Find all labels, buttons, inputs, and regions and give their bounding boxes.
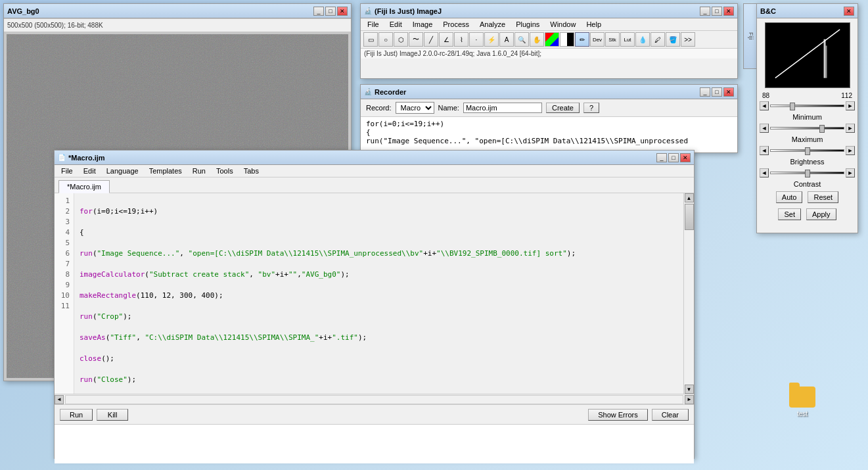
bc-contrast-right-btn[interactable]: ► — [846, 168, 855, 177]
name-label: Name: — [438, 104, 459, 112]
bc-contrast-handle[interactable] — [805, 170, 810, 177]
code-editor[interactable]: for(i=0;i<=19;i++) { run("Image Sequence… — [74, 193, 683, 394]
bc-set-button[interactable]: Set — [778, 208, 801, 220]
macro-select[interactable]: Macro — [396, 102, 434, 114]
toolbar-more[interactable]: >> — [681, 32, 695, 47]
bc-contrast-row: ◄ ► — [757, 166, 857, 179]
recorder-minimize-btn[interactable]: _ — [700, 87, 710, 97]
bc-apply-button[interactable]: Apply — [806, 208, 836, 220]
menu-image[interactable]: Image — [407, 19, 438, 30]
bc-bright-right-btn[interactable]: ► — [846, 146, 855, 155]
macro-minimize-btn[interactable]: _ — [656, 153, 667, 162]
macro-maximize-btn[interactable]: □ — [668, 153, 679, 162]
toolbar-dropper[interactable]: 💧 — [635, 32, 650, 47]
toolbar-text[interactable]: A — [499, 32, 514, 47]
menu-plugins[interactable]: Plugins — [511, 19, 545, 30]
bc-auto-button[interactable]: Auto — [776, 191, 803, 203]
toolbar-color[interactable] — [545, 32, 559, 47]
bc-close-btn[interactable]: ✕ — [844, 7, 854, 16]
clear-button[interactable]: Clear — [652, 409, 689, 421]
recorder-line1: for(i=0;i<=19;i++) — [366, 120, 444, 128]
recorder-maximize-btn[interactable]: □ — [712, 87, 722, 97]
recorder-close-btn[interactable]: ✕ — [723, 87, 734, 97]
toolbar-oval[interactable]: ○ — [378, 32, 393, 47]
menu-edit[interactable]: Edit — [384, 19, 407, 30]
avg-maximize-btn[interactable]: □ — [325, 7, 336, 16]
vertical-scrollbar[interactable]: ▲ ▼ — [683, 193, 694, 394]
macro-menu-run[interactable]: Run — [187, 166, 211, 176]
toolbar-thresh[interactable] — [560, 32, 574, 47]
bc-bright-handle[interactable] — [805, 147, 810, 155]
bc-reset-button[interactable]: Reset — [808, 191, 838, 203]
macro-tab[interactable]: *Macro.ijm — [58, 180, 110, 193]
bc-min-handle[interactable] — [790, 103, 795, 110]
macro-menu-language[interactable]: Language — [101, 166, 144, 176]
toolbar-point[interactable]: · — [469, 32, 484, 47]
imagej-maximize-btn[interactable]: □ — [712, 7, 722, 16]
bc-minimum-label: Minimum — [757, 112, 857, 122]
toolbar-pen[interactable]: ✏ — [575, 32, 589, 47]
show-errors-button[interactable]: Show Errors — [588, 409, 648, 421]
avg-close-btn[interactable]: ✕ — [337, 7, 348, 16]
macro-close-btn[interactable]: ✕ — [680, 153, 691, 162]
desktop-icon-test[interactable]: test — [789, 387, 815, 417]
create-button[interactable]: Create — [546, 103, 580, 113]
bc-contrast-left-btn[interactable]: ◄ — [760, 168, 769, 177]
menu-file[interactable]: File — [362, 19, 384, 30]
bc-values: 88 112 — [757, 92, 857, 99]
macro-button-bar: Run Kill Show Errors Clear — [55, 404, 694, 424]
toolbar-rect[interactable]: ▭ — [363, 32, 378, 47]
toolbar-zoom[interactable]: 🔍 — [514, 32, 529, 47]
toolbar-stk[interactable]: Stk — [605, 32, 620, 47]
name-input[interactable] — [463, 103, 542, 113]
bc-title: B&C — [760, 7, 776, 15]
toolbar-lut[interactable]: Lut — [620, 32, 635, 47]
macro-menu-tabs[interactable]: Tabs — [239, 166, 264, 176]
imagej-minimize-btn[interactable]: _ — [700, 7, 710, 16]
toolbar-segline[interactable]: ⌇ — [454, 32, 468, 47]
bc-minimum-slider[interactable] — [770, 105, 844, 107]
line-numbers: 1 2 3 4 5 6 7 8 9 10 11 — [55, 193, 74, 394]
bc-max-handle[interactable] — [819, 125, 825, 133]
help-button[interactable]: ? — [583, 103, 599, 113]
menu-process[interactable]: Process — [438, 19, 474, 30]
bc-min-value: 88 — [762, 92, 769, 99]
bc-histogram — [765, 22, 850, 88]
macro-menu-edit[interactable]: Edit — [78, 166, 101, 176]
bc-max-left-btn[interactable]: ◄ — [760, 124, 769, 133]
toolbar-dev[interactable]: Dev — [590, 32, 605, 47]
recorder-title: 🔬 Recorder — [364, 88, 406, 96]
bc-min-left-btn[interactable]: ◄ — [760, 101, 769, 110]
toolbar-pen2[interactable]: 🖊 — [651, 32, 665, 47]
horizontal-scrollbar[interactable]: ◄ ► — [55, 394, 694, 404]
toolbar-hand[interactable]: ✋ — [530, 32, 544, 47]
bc-contrast-slider[interactable] — [770, 172, 844, 174]
macro-menu-templates[interactable]: Templates — [144, 166, 187, 176]
bc-max-right-btn[interactable]: ► — [846, 124, 855, 133]
menu-window[interactable]: Window — [545, 19, 581, 30]
toolbar-fill[interactable]: 🪣 — [666, 32, 680, 47]
bc-bright-left-btn[interactable]: ◄ — [760, 146, 769, 155]
menu-help[interactable]: Help — [581, 19, 606, 30]
macro-menu-tools[interactable]: Tools — [211, 166, 239, 176]
toolbar-freehand[interactable]: 〜 — [409, 32, 423, 47]
scroll-thumb[interactable] — [685, 204, 694, 230]
bc-maximum-slider[interactable] — [770, 127, 844, 129]
bc-top-buttons: Auto Reset — [757, 189, 857, 206]
macro-title-text: *Macro.ijm — [68, 154, 105, 162]
toolbar-polygon[interactable]: ⬡ — [394, 32, 408, 47]
imagej-close-btn[interactable]: ✕ — [723, 7, 734, 16]
toolbar-angle[interactable]: ∠ — [439, 32, 453, 47]
toolbar-wand[interactable]: ⚡ — [484, 32, 499, 47]
toolbar-line[interactable]: ╱ — [424, 32, 438, 47]
imagej-menu: File Edit Image Process Analyze Plugins … — [361, 18, 737, 31]
avg-minimize-btn[interactable]: _ — [313, 7, 324, 16]
run-button[interactable]: Run — [60, 409, 93, 421]
menu-analyze[interactable]: Analyze — [474, 19, 511, 30]
recorder-code-area: for(i=0;i<=19;i++) { run("Image Sequence… — [361, 117, 737, 152]
h-scroll-track[interactable] — [65, 395, 683, 404]
bc-min-right-btn[interactable]: ► — [846, 101, 855, 110]
bc-brightness-slider[interactable] — [770, 149, 844, 152]
kill-button[interactable]: Kill — [97, 409, 128, 421]
macro-menu-file[interactable]: File — [56, 166, 78, 176]
